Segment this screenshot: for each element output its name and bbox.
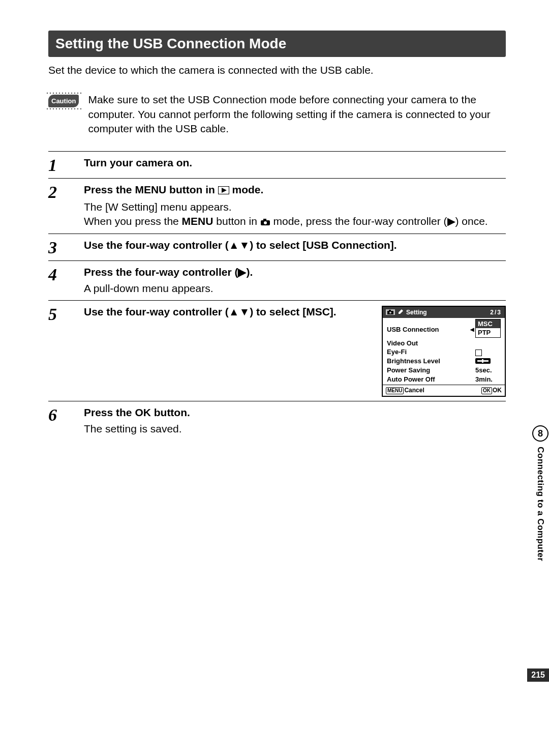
step-2: 2 Press the MENU button in mode. The [W … — [48, 178, 506, 234]
t: ) once. — [455, 215, 488, 227]
t: Press the — [84, 406, 135, 418]
lcd-row: USB Connection ◀ MSC PTP — [387, 320, 501, 339]
ok-box-icon: OK — [481, 387, 492, 394]
svg-rect-6 — [389, 310, 391, 311]
chapter-number: 8 — [532, 425, 548, 442]
right-arrow-icon: ▶ — [447, 215, 455, 227]
lcd-option: PTP — [476, 328, 500, 337]
slider-icon — [475, 357, 491, 366]
page-number: 215 — [527, 668, 549, 682]
svg-rect-10 — [482, 359, 483, 363]
left-caret-icon: ◀ — [470, 326, 474, 333]
t: The [W Setting] menu appears. — [84, 200, 506, 214]
t: mode, press the four-way controller ( — [270, 215, 447, 227]
step-desc: A pull-down menu appears. — [84, 281, 506, 296]
lcd-label: USB Connection — [387, 325, 470, 334]
lcd-row: Video Out — [387, 339, 501, 348]
step-number: 2 — [48, 183, 78, 229]
t: button in — [213, 215, 260, 227]
caution-block: Caution Make sure to set the USB Connect… — [48, 93, 506, 136]
step-heading: Use the four-way controller (▲▼) to sele… — [84, 305, 377, 319]
lcd-dropdown: MSC PTP — [475, 319, 501, 338]
t: mode. — [229, 184, 264, 195]
t: When you press the — [84, 215, 182, 227]
camera-icon — [260, 215, 270, 229]
lcd-row: Auto Power Off3min. — [387, 375, 501, 384]
lcd-ok: OK — [493, 387, 502, 394]
lcd-row: Eye-Fi — [387, 347, 501, 357]
t: Press the — [84, 184, 135, 195]
step-desc: The [W Setting] menu appears. When you p… — [84, 200, 506, 229]
section-title: Setting the USB Connection Mode — [48, 31, 506, 57]
step-heading: Press the OK button. — [84, 405, 506, 420]
lcd-screenshot: Setting 2/3 USB Connection ◀ MSC PTP — [382, 306, 506, 397]
lcd-page: 2/3 — [490, 308, 502, 316]
svg-point-4 — [264, 221, 267, 224]
step-heading: Press the MENU button in mode. — [84, 183, 506, 198]
step-number: 1 — [48, 156, 78, 174]
menu-word: MENU — [182, 215, 214, 227]
step-4: 4 Press the four-way controller (▶). A p… — [48, 260, 506, 300]
step-number: 4 — [48, 265, 78, 296]
lcd-label: Brightness Level — [387, 357, 475, 366]
step-6: 6 Press the OK button. The setting is sa… — [48, 401, 506, 441]
lcd-cancel: Cancel — [404, 386, 424, 394]
t: button. — [151, 406, 190, 418]
lcd-header: Setting 2/3 — [383, 307, 505, 318]
lcd-label: Auto Power Off — [387, 375, 475, 384]
svg-rect-3 — [263, 219, 266, 221]
lcd-value: 3min. — [475, 375, 501, 384]
lcd-title: Setting — [406, 308, 427, 316]
intro-text: Set the device to which the camera is co… — [48, 63, 506, 77]
lcd-label: Eye-Fi — [387, 347, 475, 357]
wrench-icon — [398, 308, 403, 316]
step-heading: Use the four-way controller (▲▼) to sele… — [84, 238, 506, 252]
step-heading: Turn your camera on. — [84, 156, 506, 170]
lcd-footer: MENUCancel OKOK — [383, 385, 505, 395]
svg-marker-1 — [222, 188, 227, 193]
playback-icon — [218, 184, 229, 198]
step-3: 3 Use the four-way controller (▲▼) to se… — [48, 234, 506, 260]
lcd-value: 5sec. — [475, 366, 501, 375]
step-5: 5 Use the four-way controller (▲▼) to se… — [48, 300, 506, 401]
ok-word: OK — [135, 406, 151, 418]
step-heading: Press the four-way controller (▶). — [84, 265, 506, 279]
checkbox-icon — [475, 350, 482, 356]
step-number: 6 — [48, 405, 78, 437]
camera-tab-icon — [386, 309, 395, 315]
svg-point-7 — [389, 312, 391, 314]
step-desc: The setting is saved. — [84, 422, 506, 436]
step-number: 5 — [48, 305, 78, 397]
caution-badge: Caution — [48, 95, 79, 107]
menu-word: MENU — [135, 184, 166, 195]
menu-box-icon: MENU — [386, 387, 404, 394]
step-number: 3 — [48, 238, 78, 256]
steps-list: 1 Turn your camera on. 2 Press the MENU … — [48, 151, 506, 440]
step-1: 1 Turn your camera on. — [48, 151, 506, 178]
lcd-row: Brightness Level — [387, 357, 501, 366]
lcd-option-selected: MSC — [476, 319, 500, 329]
t: button in — [166, 184, 218, 195]
lcd-label: Power Saving — [387, 366, 475, 375]
side-tab: 8 Connecting to a Computer — [532, 425, 549, 561]
lcd-label: Video Out — [387, 339, 475, 348]
lcd-row: Power Saving5sec. — [387, 366, 501, 375]
caution-text: Make sure to set the USB Connection mode… — [88, 93, 506, 136]
chapter-title: Connecting to a Computer — [535, 447, 545, 561]
